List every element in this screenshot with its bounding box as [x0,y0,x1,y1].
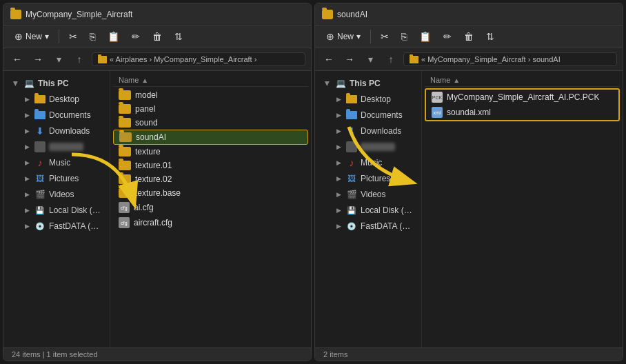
file-name-sound: sound [135,118,158,128]
paste-icon: 📋 [108,31,119,42]
file-item-panel[interactable]: panel [113,102,308,116]
file-name-texture02: texture.02 [135,174,172,184]
right-dropdown-nav-button[interactable]: ▾ [362,51,378,68]
sidebar-item-videos[interactable]: ▶ 🎬 Videos [6,187,107,202]
left-status-text: 24 items | 1 item selected [12,350,98,358]
right-videos-icon: 🎬 [346,189,357,200]
local-disk-chevron: ▶ [23,206,31,214]
sidebar-item-this-pc[interactable]: ▶ 💻 This PC [6,76,107,91]
cfg-icon-aicfg: cfg [119,202,130,213]
right-file-list: Name ▲ PCK MyCompany_Simple_Aircraft_AI.… [422,71,623,347]
paste-button[interactable]: 📋 [102,28,125,45]
right-sidebar-item-local-disk[interactable]: ▶ 💾 Local Disk (C:) [318,203,418,218]
blurred-label [49,143,83,151]
file-name-panel: panel [135,104,155,114]
pck-icon: PCK [432,92,443,103]
right-blurred-icon [346,141,357,152]
right-paste-button[interactable]: 📋 [414,28,436,45]
sidebar-item-blurred[interactable]: ▶ [6,139,107,154]
name-col-header: Name [119,76,139,84]
file-item-texture[interactable]: texture [113,145,308,159]
file-item-texturebase[interactable]: texture.base [113,186,308,200]
right-local-disk-icon: 💾 [346,205,357,216]
right-sidebar-item-documents[interactable]: ▶ Documents [318,108,418,123]
cut-button[interactable]: ✂ [63,28,83,45]
back-button[interactable]: ← [9,51,26,68]
fastdata-icon: 💿 [34,221,46,232]
delete-button[interactable]: 🗑 [147,28,168,45]
file-item-sound[interactable]: sound [113,116,308,130]
documents-label: Documents [49,110,91,120]
file-item-aircraftcfg[interactable]: cfg aircraft.cfg [113,215,308,230]
right-sidebar-item-blurred[interactable]: ▶ [318,139,418,154]
right-breadcrumb-folder-icon [410,56,418,63]
dropdown-nav-button[interactable]: ▾ [50,51,67,68]
documents-folder-icon [34,110,46,121]
file-name-texture: texture [135,147,161,156]
sidebar-item-pictures[interactable]: ▶ 🖼 Pictures [6,171,107,186]
up-button[interactable]: ↑ [71,51,88,68]
right-local-disk-label: Local Disk (C:) [361,205,413,215]
forward-button[interactable]: → [30,51,46,68]
sidebar-item-documents[interactable]: ▶ Documents [6,108,107,123]
sidebar-item-desktop[interactable]: ▶ Desktop [6,92,107,107]
right-fastdata-chevron: ▶ [334,222,343,230]
right-new-label: New [337,32,354,41]
right-new-button[interactable]: ⊕ New ▾ [321,28,366,45]
pc-icon: 💻 [23,78,34,89]
right-sidebar-item-this-pc[interactable]: ▶ 💻 This PC [318,76,418,91]
right-copy-button[interactable]: ⎘ [396,28,412,45]
folder-icon-texture01 [119,161,131,170]
sidebar-item-fastdata[interactable]: ▶ 💿 FastDATA (D:) [6,219,107,234]
right-documents-chevron: ▶ [334,111,343,119]
file-item-pck[interactable]: PCK MyCompany_Simple_Aircraft_AI.PC.PCK [426,90,618,105]
downloads-icon: ⬇ [34,125,46,136]
right-title-folder-icon [322,10,333,19]
right-dropdown-arrow-icon: ▾ [356,32,361,41]
sort-button[interactable]: ⇅ [169,28,188,45]
file-item-xml[interactable]: xml soundai.xml [426,105,618,120]
right-forward-button[interactable]: → [341,51,358,68]
rename-button[interactable]: ✏ [126,28,145,45]
left-breadcrumb[interactable]: « Airplanes › MyCompany_Simple_Aircraft … [92,52,305,66]
breadcrumb-folder-icon [98,56,107,63]
right-rename-button[interactable]: ✏ [438,28,457,45]
right-paste-icon: 📋 [419,31,431,42]
sidebar-item-downloads[interactable]: ▶ ⬇ Downloads [6,123,107,139]
file-item-aicfg[interactable]: cfg ai.cfg [113,200,308,215]
right-back-button[interactable]: ← [321,51,337,68]
file-item-texture02[interactable]: texture.02 [113,172,308,186]
right-this-pc-label: This PC [350,79,381,88]
right-sidebar-item-downloads[interactable]: ▶ ⬇ Downloads [318,123,418,139]
sidebar-item-music[interactable]: ▶ ♪ Music [6,155,107,170]
copy-button[interactable]: ⎘ [84,28,101,45]
folder-icon-soundai [119,132,132,142]
right-breadcrumb[interactable]: « MyCompany_Simple_Aircraft › soundAI [403,52,617,66]
file-item-model[interactable]: model [113,88,308,102]
right-delete-button[interactable]: 🗑 [458,28,479,45]
right-sidebar-item-videos[interactable]: ▶ 🎬 Videos [318,187,418,202]
right-downloads-label: Downloads [361,126,401,136]
left-explorer-window: MyCompany_Simple_Aircraft ⊕ New ▾ ✂ ⎘ 📋 … [3,3,312,361]
left-new-button[interactable]: ⊕ New ▾ [9,28,54,45]
right-name-col-header: Name [430,76,450,84]
right-desktop-chevron: ▶ [334,95,343,103]
right-sidebar-item-fastdata[interactable]: ▶ 💿 FastDATA (D:) [318,219,418,234]
file-item-soundai[interactable]: soundAI [113,130,308,145]
right-title-bar: soundAI [315,3,623,26]
right-sidebar-item-desktop[interactable]: ▶ Desktop [318,92,418,107]
right-sidebar-item-pictures[interactable]: ▶ 🖼 Pictures [318,171,418,186]
file-item-texture01[interactable]: texture.01 [113,159,308,172]
right-breadcrumb-text: « MyCompany_Simple_Aircraft › soundAI [421,55,561,63]
file-name-aircraftcfg: aircraft.cfg [134,218,172,228]
right-up-button[interactable]: ↑ [383,51,399,68]
right-sort-button[interactable]: ⇅ [481,28,500,45]
right-sidebar-item-music[interactable]: ▶ ♪ Music [318,155,418,170]
music-label: Music [49,158,70,168]
new-label: New [26,32,42,41]
sidebar-item-local-disk[interactable]: ▶ 💾 Local Disk (C:) [6,203,107,218]
left-file-list: Name ▲ model panel sound [110,71,311,347]
local-disk-label: Local Disk (C:) [49,205,101,215]
documents-chevron: ▶ [23,111,31,119]
right-cut-button[interactable]: ✂ [375,28,394,45]
